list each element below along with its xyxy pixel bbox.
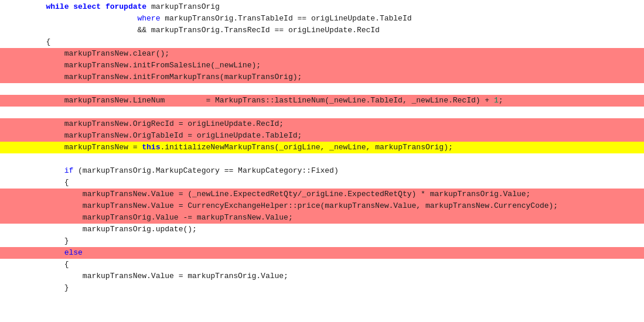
code-token: markupTransOrig.Value -= markupTransNew.… <box>83 212 293 224</box>
code-token: markupTransNew.OrigRecId = origLineUpdat… <box>64 118 284 130</box>
code-line: markupTransNew.OrigRecId = origLineUpdat… <box>0 118 644 130</box>
code-token: { <box>64 177 69 189</box>
code-token: markupTransNew.Value = CurrencyExchangeH… <box>83 200 558 212</box>
line-content: markupTransNew.clear(); <box>0 48 644 60</box>
line-content <box>0 83 644 95</box>
code-line: markupTransNew.Value = CurrencyExchangeH… <box>0 200 644 212</box>
code-token: this <box>142 142 160 153</box>
code-token: (markupTransOrig.MarkupCategory == Marku… <box>73 165 338 177</box>
line-content: { <box>0 177 644 189</box>
code-line: { <box>0 259 644 270</box>
line-content: && markupTransOrig.TransRecId == origLin… <box>0 25 644 36</box>
line-content: markupTransNew.Value = CurrencyExchangeH… <box>0 200 644 212</box>
code-viewer: while select forupdate markupTransOrig w… <box>0 0 644 322</box>
line-content: else <box>0 247 644 259</box>
line-content: markupTransOrig.Value -= markupTransNew.… <box>0 212 644 224</box>
line-content: markupTransNew.LineNum = MarkupTrans::la… <box>0 95 644 107</box>
code-line: markupTransNew.clear(); <box>0 48 644 60</box>
line-content: markupTransNew.Value = (_newLine.Expecte… <box>0 189 644 200</box>
code-line: if (markupTransOrig.MarkupCategory == Ma… <box>0 165 644 177</box>
code-line: } <box>0 235 644 247</box>
code-token <box>101 1 105 13</box>
code-line: markupTransNew = this.initializeNewMarku… <box>0 142 644 153</box>
code-token: { <box>46 36 50 48</box>
code-token: } <box>64 235 69 247</box>
code-line: markupTransNew.initFromMarkupTrans(marku… <box>0 71 644 83</box>
code-token: markupTransOrig.TransTableId == origLine… <box>160 13 411 25</box>
line-content: { <box>0 36 644 48</box>
line-content: markupTransNew.OrigTableId = origLineUpd… <box>0 130 644 142</box>
code-line: where markupTransOrig.TransTableId == or… <box>0 13 644 25</box>
line-content <box>0 153 644 165</box>
code-token: markupTransOrig.update(); <box>83 224 197 235</box>
code-line <box>0 83 644 95</box>
code-token: else <box>64 247 83 259</box>
code-token: markupTransNew.Value = (_newLine.Expecte… <box>83 189 531 200</box>
code-token: { <box>64 259 69 270</box>
code-line: markupTransNew.Value = (_newLine.Expecte… <box>0 189 644 200</box>
line-content: } <box>0 235 644 247</box>
code-line: && markupTransOrig.TransRecId == origLin… <box>0 25 644 36</box>
line-content: while select forupdate markupTransOrig <box>0 1 644 13</box>
code-line: markupTransOrig.update(); <box>0 224 644 235</box>
line-content: markupTransNew.initFromSalesLine(_newLin… <box>0 60 644 71</box>
line-content: markupTransNew.Value = markupTransOrig.V… <box>0 270 644 282</box>
code-token: if <box>64 165 74 177</box>
code-line: else <box>0 247 644 259</box>
line-content: markupTransOrig.update(); <box>0 224 644 235</box>
code-token: while <box>46 1 69 13</box>
code-token: markupTransNew.initFromMarkupTrans(marku… <box>64 71 302 83</box>
code-token: markupTransNew.Value = markupTransOrig.V… <box>83 270 288 282</box>
code-line: markupTransNew.OrigTableId = origLineUpd… <box>0 130 644 142</box>
code-line <box>0 107 644 118</box>
code-token: forupdate <box>105 1 146 13</box>
code-token: markupTransNew = <box>64 142 142 153</box>
code-token <box>69 1 73 13</box>
line-content: markupTransNew = this.initializeNewMarku… <box>0 142 644 153</box>
code-line: while select forupdate markupTransOrig <box>0 1 644 13</box>
code-line <box>0 153 644 165</box>
line-content: where markupTransOrig.TransTableId == or… <box>0 13 644 25</box>
line-content: markupTransNew.OrigRecId = origLineUpdat… <box>0 118 644 130</box>
code-line: markupTransOrig.Value -= markupTransNew.… <box>0 212 644 224</box>
line-content: if (markupTransOrig.MarkupCategory == Ma… <box>0 165 644 177</box>
line-content: } <box>0 282 644 294</box>
code-line: { <box>0 36 644 48</box>
code-token: markupTransNew.initFromSalesLine(_newLin… <box>64 60 261 71</box>
code-token: where <box>137 13 160 25</box>
code-token: } <box>64 282 69 294</box>
code-token: markupTransNew.OrigTableId = origLineUpd… <box>64 130 302 142</box>
code-token: markupTransNew.LineNum = MarkupTrans::la… <box>64 95 494 107</box>
code-token: markupTransNew.clear(); <box>64 48 169 60</box>
code-token: && markupTransOrig.TransRecId == origLin… <box>137 25 379 36</box>
code-token: 1 <box>494 95 499 107</box>
code-token: select <box>73 1 101 13</box>
code-token: .initializeNewMarkupTrans(_origLine, _ne… <box>160 142 452 153</box>
code-line: markupTransNew.LineNum = MarkupTrans::la… <box>0 95 644 107</box>
code-line: { <box>0 177 644 189</box>
code-line: } <box>0 282 644 294</box>
line-content: markupTransNew.initFromMarkupTrans(marku… <box>0 71 644 83</box>
line-content: { <box>0 259 644 270</box>
code-line: markupTransNew.Value = markupTransOrig.V… <box>0 270 644 282</box>
code-line: markupTransNew.initFromSalesLine(_newLin… <box>0 60 644 71</box>
code-token: ; <box>499 95 503 107</box>
line-content <box>0 107 644 118</box>
code-token: markupTransOrig <box>146 1 220 13</box>
